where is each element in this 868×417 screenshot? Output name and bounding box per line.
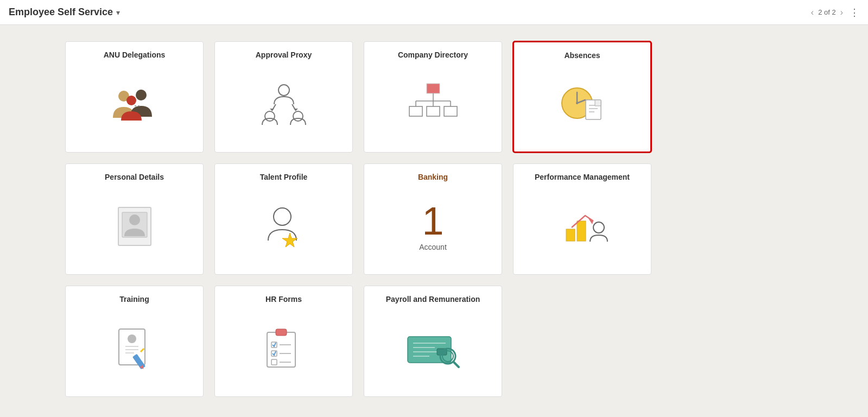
tile-performance-management-label: Performance Management xyxy=(520,173,644,181)
svg-point-4 xyxy=(278,85,289,96)
banking-sub-label: Account xyxy=(419,243,447,251)
personal-details-icon xyxy=(110,189,159,263)
svg-rect-18 xyxy=(427,106,440,116)
payroll-remuneration-icon xyxy=(403,311,463,386)
app-title: Employee Self Service xyxy=(9,7,113,18)
page-navigation: ‹ 2 of 2 › xyxy=(811,8,843,17)
tile-hr-forms-label: HR Forms xyxy=(221,295,346,304)
tile-company-directory[interactable]: Company Directory xyxy=(364,41,502,153)
company-directory-icon xyxy=(406,67,460,141)
svg-rect-35 xyxy=(577,221,586,241)
tile-company-directory-label: Company Directory xyxy=(371,50,495,59)
tile-personal-details[interactable]: Personal Details xyxy=(65,163,204,275)
svg-rect-19 xyxy=(444,106,457,116)
banking-number: 1 xyxy=(422,201,443,241)
page-indicator: 2 of 2 xyxy=(818,8,836,16)
tile-payroll-remuneration-label: Payroll and Remuneration xyxy=(371,295,495,304)
performance-management-icon xyxy=(555,189,610,263)
tile-approval-proxy[interactable]: Approval Proxy xyxy=(214,41,353,153)
tile-row-3: Training HR Fo xyxy=(65,286,803,397)
svg-line-62 xyxy=(453,362,459,367)
absences-icon xyxy=(555,67,610,141)
svg-point-9 xyxy=(265,111,275,121)
svg-rect-11 xyxy=(427,84,440,93)
nav-prev-icon[interactable]: ‹ xyxy=(811,8,814,17)
svg-point-31 xyxy=(129,214,140,225)
svg-rect-34 xyxy=(566,229,575,241)
tile-talent-profile[interactable]: Talent Profile xyxy=(214,163,353,275)
header-left: Employee Self Service ▾ xyxy=(9,7,120,18)
banking-icon: 1 Account xyxy=(419,189,447,263)
tile-anu-delegations[interactable]: ANU Delegations xyxy=(65,41,204,153)
overflow-menu-icon[interactable]: ⋮ xyxy=(850,7,859,18)
header: Employee Self Service ▾ ‹ 2 of 2 › ⋮ xyxy=(0,0,868,25)
hr-forms-icon xyxy=(259,311,308,386)
nav-next-icon[interactable]: › xyxy=(840,8,843,17)
main-content: ANU Delegations xyxy=(0,25,868,413)
svg-point-39 xyxy=(128,334,136,343)
anu-delegations-icon xyxy=(107,67,162,141)
approval-proxy-icon xyxy=(257,67,311,141)
tile-banking-label: Banking xyxy=(371,173,495,181)
talent-profile-icon xyxy=(259,189,308,263)
svg-rect-38 xyxy=(119,329,145,365)
svg-point-24 xyxy=(576,102,578,104)
svg-rect-47 xyxy=(276,329,287,336)
svg-marker-8 xyxy=(294,109,298,111)
svg-rect-17 xyxy=(409,106,422,116)
tile-absences-label: Absences xyxy=(521,51,644,60)
tile-row-2: Personal Details Talent Profile xyxy=(65,163,803,275)
tile-row-1: ANU Delegations xyxy=(65,41,803,153)
tile-personal-details-label: Personal Details xyxy=(72,173,197,181)
tile-training-label: Training xyxy=(72,295,197,304)
tile-payroll-remuneration[interactable]: Payroll and Remuneration xyxy=(364,286,502,397)
svg-point-2 xyxy=(126,96,136,105)
svg-point-32 xyxy=(274,208,291,225)
svg-point-37 xyxy=(593,222,604,233)
tile-performance-management[interactable]: Performance Management xyxy=(513,163,651,275)
tile-absences[interactable]: Absences xyxy=(513,41,651,153)
svg-point-10 xyxy=(293,111,303,121)
tile-hr-forms[interactable]: HR Forms xyxy=(214,286,353,397)
training-icon xyxy=(110,311,159,386)
header-right: ‹ 2 of 2 › ⋮ xyxy=(811,7,859,18)
svg-marker-7 xyxy=(270,109,274,111)
tile-training[interactable]: Training xyxy=(65,286,204,397)
tile-approval-proxy-label: Approval Proxy xyxy=(221,50,346,59)
tile-talent-profile-label: Talent Profile xyxy=(221,173,346,181)
tile-banking[interactable]: Banking 1 Account xyxy=(364,163,502,275)
svg-point-1 xyxy=(136,90,147,100)
tile-anu-delegations-label: ANU Delegations xyxy=(72,50,197,59)
title-chevron-icon[interactable]: ▾ xyxy=(116,8,120,17)
